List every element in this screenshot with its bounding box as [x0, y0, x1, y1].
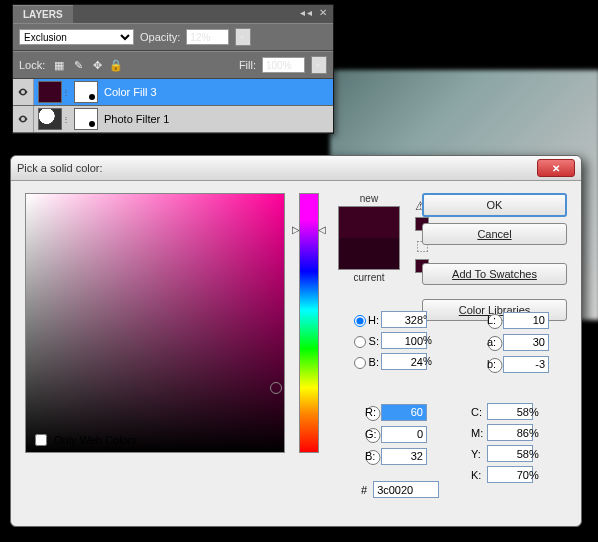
layer-mask-thumb[interactable] — [74, 108, 98, 130]
close-button[interactable]: ✕ — [537, 159, 575, 177]
opacity-input[interactable]: 12% — [186, 29, 229, 45]
label-m: M: — [471, 427, 485, 439]
adjustment-icon[interactable] — [38, 108, 62, 130]
input-l[interactable] — [503, 312, 549, 329]
input-bv[interactable] — [381, 353, 427, 370]
hue-pointer-right-icon: ◁ — [318, 224, 326, 235]
label-a: a: — [487, 336, 501, 348]
layer-name[interactable]: Color Fill 3 — [104, 86, 157, 98]
label-k: K: — [471, 469, 485, 481]
layers-tab[interactable]: LAYERS — [13, 5, 73, 23]
layer-swatch-thumb[interactable] — [38, 81, 62, 103]
ok-button[interactable]: OK — [422, 193, 567, 217]
label-s: S: — [365, 335, 379, 347]
link-icon: ⋮ — [62, 88, 70, 97]
hue-pointer-left-icon: ▷ — [292, 224, 300, 235]
input-m[interactable] — [487, 424, 533, 441]
lock-icons: ▦ ✎ ✥ 🔒 — [51, 57, 124, 73]
new-color-swatch[interactable] — [339, 207, 399, 238]
input-r[interactable] — [381, 404, 427, 421]
input-s[interactable] — [381, 332, 427, 349]
layers-panel: LAYERS ◂◂ ✕ Exclusion Opacity: 12% ▸ Loc… — [12, 4, 334, 134]
opacity-label: Opacity: — [140, 31, 180, 43]
input-a[interactable] — [503, 334, 549, 351]
add-swatches-button[interactable]: Add To Swatches — [422, 263, 567, 285]
fill-arrow-icon[interactable]: ▸ — [311, 56, 327, 74]
unit-pct: % — [423, 335, 437, 346]
lock-all-icon[interactable]: 🔒 — [108, 57, 124, 73]
unit-pct: % — [529, 469, 543, 481]
input-b[interactable] — [503, 356, 549, 373]
picker-cursor-icon — [270, 382, 282, 394]
layer-mask-thumb[interactable] — [74, 81, 98, 103]
new-label: new — [360, 193, 378, 204]
opacity-arrow-icon[interactable]: ▸ — [235, 28, 251, 46]
link-icon: ⋮ — [62, 115, 70, 124]
label-l: L: — [487, 314, 501, 326]
unit-pct: % — [529, 406, 543, 418]
layer-name[interactable]: Photo Filter 1 — [104, 113, 169, 125]
lock-pixels-icon[interactable]: ✎ — [70, 57, 86, 73]
only-web-colors-checkbox[interactable] — [35, 434, 47, 446]
panel-menu-icon[interactable]: ◂◂ ✕ — [300, 7, 329, 18]
unit-deg: ° — [423, 314, 437, 325]
color-swatch-compare — [338, 206, 400, 270]
input-y[interactable] — [487, 445, 533, 462]
unit-pct: % — [423, 356, 437, 367]
unit-pct: % — [529, 427, 543, 439]
cancel-button[interactable]: Cancel — [422, 223, 567, 245]
fill-label: Fill: — [239, 59, 256, 71]
fill-input[interactable]: 100% — [262, 57, 305, 73]
input-h[interactable] — [381, 311, 427, 328]
visibility-icon[interactable] — [13, 79, 34, 105]
hue-slider[interactable]: ▷ ◁ — [299, 193, 319, 453]
current-label: current — [353, 272, 384, 283]
lock-label: Lock: — [19, 59, 45, 71]
current-color-swatch[interactable] — [339, 238, 399, 269]
hex-input[interactable] — [373, 481, 439, 498]
input-g[interactable] — [381, 426, 427, 443]
label-r: R: — [365, 406, 379, 418]
label-c: C: — [471, 406, 485, 418]
lock-transparency-icon[interactable]: ▦ — [51, 57, 67, 73]
input-k[interactable] — [487, 466, 533, 483]
label-bc: B: — [365, 450, 379, 462]
color-picker-dialog: Pick a solid color: ✕ ▷ ◁ new current ⚠ … — [10, 155, 582, 527]
dialog-title: Pick a solid color: — [17, 162, 103, 174]
label-h: H: — [365, 314, 379, 326]
input-c[interactable] — [487, 403, 533, 420]
input-bc[interactable] — [381, 448, 427, 465]
only-web-colors-label: Only Web Colors — [54, 434, 137, 446]
label-y: Y: — [471, 448, 485, 460]
color-field[interactable] — [25, 193, 285, 453]
layer-row[interactable]: ⋮ Color Fill 3 — [13, 79, 333, 106]
hex-label: # — [361, 484, 367, 496]
label-b: b: — [487, 358, 501, 370]
unit-pct: % — [529, 448, 543, 460]
lock-position-icon[interactable]: ✥ — [89, 57, 105, 73]
dialog-titlebar[interactable]: Pick a solid color: ✕ — [11, 156, 581, 181]
layer-row[interactable]: ⋮ Photo Filter 1 — [13, 106, 333, 133]
label-bv: B: — [365, 356, 379, 368]
label-g: G: — [365, 428, 379, 440]
visibility-icon[interactable] — [13, 106, 34, 132]
blend-mode-select[interactable]: Exclusion — [19, 29, 134, 45]
